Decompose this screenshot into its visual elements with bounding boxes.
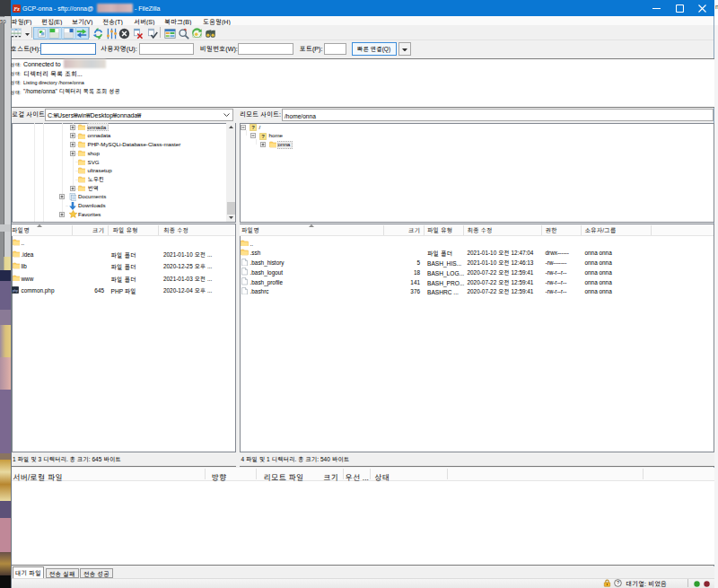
svg-text:Fz: Fz	[13, 5, 20, 12]
svg-text:php: php	[13, 288, 18, 292]
svg-text:?: ?	[251, 125, 255, 130]
svg-text:?: ?	[617, 580, 619, 585]
svg-text:?: ?	[261, 134, 265, 139]
